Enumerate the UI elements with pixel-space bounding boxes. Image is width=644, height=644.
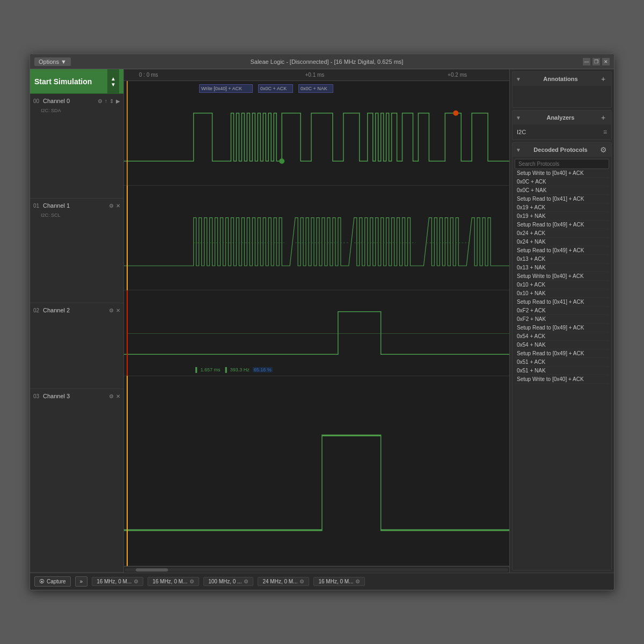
protocol-item[interactable]: Setup Write to [0x40] + ACK [515,375,609,384]
protocol-item[interactable]: 0x24 + NAK [515,238,609,246]
channel-settings-icon-1[interactable]: ⚙ [109,203,114,209]
annotations-section: ▼ Annotations + [512,71,612,108]
channel-settings-icon-0[interactable]: ⚙ [98,98,103,104]
annotations-header[interactable]: ▼ Annotations + [513,72,611,86]
scrollbar-thumb[interactable] [136,568,168,572]
waveform-channel-1 [124,186,509,290]
protocol-item[interactable]: Setup Write to [0x40] + ACK [515,272,609,281]
protocol-item[interactable]: 0x51 + ACK [515,358,609,367]
measure-duration: 1.657 ms [200,367,220,372]
protocol-item[interactable]: 0x24 + ACK [515,229,609,238]
svg-point-1 [453,111,458,116]
protocol-item[interactable]: 0xF2 + NAK [515,315,609,324]
status-gear-2[interactable]: ⚙ [244,579,248,584]
channel-row-0: 00 Channel 0 ⚙ ↑ ⇕ ▶ I2C: SDA [30,94,123,199]
waveform-channels: Write [0x40] + ACK 0x0C + ACK 0x0C + NAK [124,81,509,566]
restore-button[interactable]: ❐ [592,58,600,65]
close-button[interactable]: ✕ [602,58,610,65]
analyzers-body: I2C ≡ [513,125,611,140]
channel-settings-icon-3[interactable]: ⚙ [109,393,114,399]
capture-button[interactable]: ⦿ Capture [34,576,71,587]
status-freq-0: 16 MHz, 0 M... [97,579,131,584]
protocol-item[interactable]: Setup Write to [0x40] + ACK [515,169,609,178]
status-freq-4: 16 MHz, 0 M... [318,579,353,584]
time-marker-0: 0 : 0 ms [139,72,158,78]
status-freq-3: 24 MHz, 0 M... [262,579,297,584]
protocol-item[interactable]: Setup Read to [0x49] + ACK [515,324,609,332]
analyzers-add-button[interactable]: + [598,113,608,122]
channel-num-3: 03 [33,393,41,399]
protocol-item[interactable]: 0x19 + NAK [515,212,609,221]
decoded-protocols-header[interactable]: ▼ Decoded Protocols ⚙ [513,143,611,157]
waveform-svg-0 [124,81,509,185]
analyzer-menu-button[interactable]: ≡ [603,128,607,136]
decoded-protocols-body: Setup Write to [0x40] + ACK0x0C + ACK0x0… [513,157,611,386]
time-marker-1: +0.1 ms [305,72,324,78]
forward-button[interactable]: » [75,576,88,587]
channel-right-icon-0[interactable]: ▶ [116,98,120,104]
capture-icon: ⦿ [39,579,45,584]
left-panel: Start Simulation ▲▼ 00 Channel 0 ⚙ ↑ ⇕ ▶… [30,69,124,573]
protocol-item[interactable]: Setup Read to [0x41] + ACK [515,195,609,203]
scrollbar[interactable] [124,566,509,573]
protocol-item[interactable]: 0x0C + ACK [515,178,609,186]
protocol-item[interactable]: 0x54 + NAK [515,341,609,349]
protocol-item[interactable]: 0x10 + ACK [515,281,609,289]
channel-num-0: 00 [33,98,41,104]
channel-name-3: Channel 3 [43,393,107,399]
right-panel: ▼ Annotations + ▼ Analyzers + I2C ≡ [509,69,614,573]
start-simulation-button[interactable]: Start Simulation ▲▼ [30,69,123,94]
time-ruler: 0 : 0 ms +0.1 ms +0.2 ms [124,69,509,81]
channel-resize-icon-0[interactable]: ⇕ [109,98,114,104]
options-button[interactable]: Options ▼ [34,57,71,66]
channel-close-icon-2[interactable]: ✕ [116,308,120,313]
channel-up-icon-0[interactable]: ↑ [105,98,107,104]
protocol-item[interactable]: 0xF2 + ACK [515,306,609,315]
minimize-button[interactable]: — [583,58,590,65]
analyzers-header[interactable]: ▼ Analyzers + [513,111,611,125]
start-sim-label: Start Simulation [34,77,92,86]
protocol-item[interactable]: 0x13 + ACK [515,255,609,264]
waveform-svg-1 [124,186,509,290]
protocol-item[interactable]: 0x51 + NAK [515,367,609,375]
decoded-protocols-settings-button[interactable]: ⚙ [598,145,608,155]
channel-close-icon-3[interactable]: ✕ [116,393,120,399]
protocol-item[interactable]: 0x10 + NAK [515,289,609,298]
waveform-channel-0: Write [0x40] + ACK 0x0C + ACK 0x0C + NAK [124,81,509,186]
status-bar: ⦿ Capture » 16 MHz, 0 M... ⚙ 16 MHz, 0 M… [30,573,614,590]
status-freq-1: 16 MHz, 0 M... [152,579,187,584]
protocol-item[interactable]: Setup Read to [0x49] + ACK [515,349,609,358]
annotations-body [513,86,611,107]
channel-num-1: 01 [33,203,41,209]
window-title: Saleae Logic - [Disconnected] - [16 MHz … [71,58,583,65]
status-gear-4[interactable]: ⚙ [355,579,360,584]
decoded-protocols-section: ▼ Decoded Protocols ⚙ Setup Write to [0x… [512,142,612,570]
analyzers-title: Analyzers [546,114,574,121]
channel-num-2: 02 [33,308,41,313]
status-gear-3[interactable]: ⚙ [299,579,304,584]
measure-freq: 393.3 Hz [230,367,250,372]
channel-header-2: 02 Channel 2 ⚙ ✕ [30,303,123,317]
status-gear-1[interactable]: ⚙ [189,579,194,584]
channel-header-1: 01 Channel 1 ⚙ ✕ [30,199,123,213]
status-gear-0[interactable]: ⚙ [134,579,138,584]
channel-close-icon-1[interactable]: ✕ [116,203,120,209]
protocol-item[interactable]: Setup Read to [0x49] + ACK [515,221,609,229]
waveform-svg-3 [124,376,509,566]
main-area: Start Simulation ▲▼ 00 Channel 0 ⚙ ↑ ⇕ ▶… [30,69,614,573]
protocol-item[interactable]: 0x13 + NAK [515,264,609,272]
start-sim-dropdown-arrow[interactable]: ▲▼ [107,69,119,94]
status-item-0: 16 MHz, 0 M... ⚙ [92,577,143,586]
annotations-add-button[interactable]: + [598,74,608,84]
waveform-area[interactable]: 0 : 0 ms +0.1 ms +0.2 ms Write [0x40] + … [124,69,509,573]
channel-list: 00 Channel 0 ⚙ ↑ ⇕ ▶ I2C: SDA 01 Channel… [30,94,123,573]
protocol-search-input[interactable] [515,159,609,169]
channel-settings-icon-2[interactable]: ⚙ [109,308,114,313]
protocol-item[interactable]: 0x0C + NAK [515,186,609,195]
status-item-4: 16 MHz, 0 M... ⚙ [313,577,365,586]
protocol-item[interactable]: Setup Read to [0x41] + ACK [515,298,609,306]
protocol-item[interactable]: 0x54 + ACK [515,332,609,341]
scrollbar-track[interactable] [125,568,508,572]
protocol-item[interactable]: Setup Read to [0x49] + ACK [515,246,609,255]
protocol-item[interactable]: 0x19 + ACK [515,203,609,212]
